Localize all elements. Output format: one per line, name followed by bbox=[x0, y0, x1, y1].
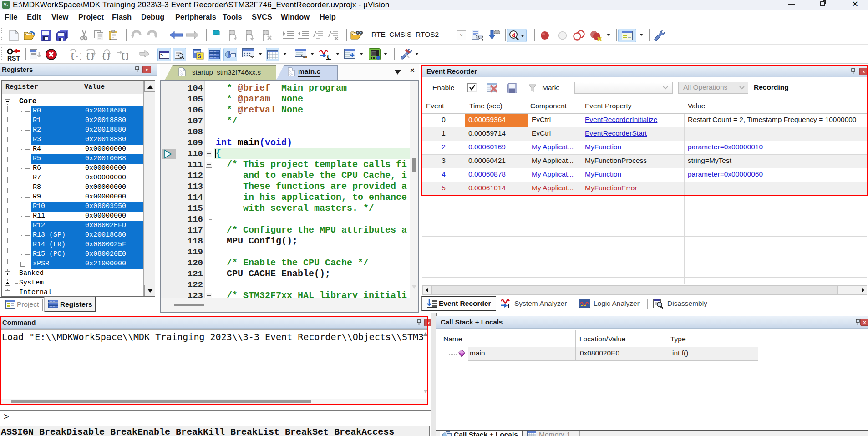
svg-text:{}: {} bbox=[86, 52, 95, 61]
svg-text:t: t bbox=[508, 302, 510, 309]
svg-text:d: d bbox=[512, 31, 515, 38]
svg-text:{}: {} bbox=[121, 52, 128, 61]
svg-text:S: S bbox=[198, 53, 201, 60]
svg-text:t: t bbox=[327, 53, 329, 60]
svg-text:{·}: {·} bbox=[70, 52, 81, 61]
svg-text:RST: RST bbox=[7, 55, 20, 61]
svg-text:>: > bbox=[160, 53, 163, 58]
svg-text:{}: {} bbox=[102, 52, 111, 61]
